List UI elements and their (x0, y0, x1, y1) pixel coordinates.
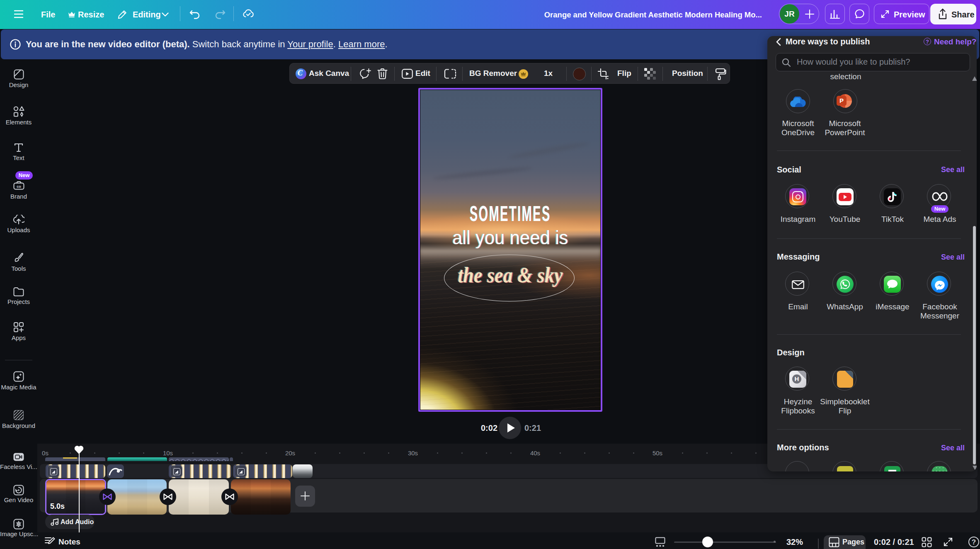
svg-text:co: co (17, 185, 21, 189)
